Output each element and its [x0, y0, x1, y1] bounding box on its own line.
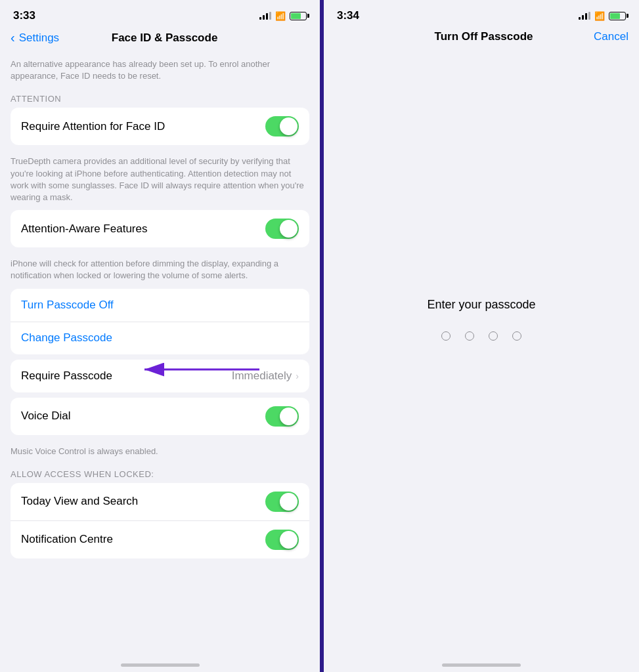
right-panel: 3:34 📶 Turn Off Passcode Cancel Enter yo…: [324, 0, 639, 672]
left-home-indicator: [0, 652, 320, 672]
allow-access-card: Today View and Search Notification Centr…: [11, 483, 309, 558]
attention-aware-description: iPhone will check for attention before d…: [0, 253, 320, 288]
cancel-button[interactable]: Cancel: [594, 30, 628, 43]
battery-icon: [290, 12, 307, 20]
right-home-indicator: [324, 652, 639, 672]
passcode-dot-3: [489, 331, 498, 341]
right-status-icons: 📶: [579, 11, 626, 21]
notification-centre-row[interactable]: Notification Centre: [11, 520, 309, 558]
back-chevron-icon: ‹: [11, 30, 15, 45]
voice-dial-description: Music Voice Control is always enabled.: [0, 440, 320, 464]
right-nav-bar: Turn Off Passcode Cancel: [324, 28, 639, 51]
right-battery-icon: [609, 12, 626, 20]
attention-card: Require Attention for Face ID: [11, 108, 309, 145]
attention-section-label: ATTENTION: [0, 89, 320, 108]
signal-icon: [259, 12, 271, 20]
allow-access-label: ALLOW ACCESS WHEN LOCKED:: [0, 464, 320, 483]
attention-aware-label: Attention-Aware Features: [21, 222, 265, 236]
require-attention-label: Require Attention for Face ID: [21, 120, 265, 133]
arrow-annotation: [138, 360, 263, 379]
today-view-row[interactable]: Today View and Search: [11, 483, 309, 520]
left-time: 3:33: [13, 9, 35, 22]
today-view-toggle[interactable]: [265, 492, 299, 512]
back-label: Settings: [19, 32, 59, 45]
home-bar: [121, 663, 200, 667]
require-attention-row[interactable]: Require Attention for Face ID: [11, 108, 309, 145]
right-wifi-icon: 📶: [594, 11, 605, 21]
passcode-dot-1: [441, 331, 451, 341]
left-panel: 3:33 📶 ‹ Settings Face ID & Passcode An …: [0, 0, 320, 672]
voice-dial-label: Voice Dial: [21, 410, 265, 423]
left-content: An alternative appearance has already be…: [0, 53, 320, 652]
passcode-dot-4: [512, 331, 521, 341]
right-status-bar: 3:34 📶: [324, 0, 639, 28]
wifi-icon: 📶: [275, 11, 286, 21]
passcode-prompt: Enter your passcode: [427, 298, 535, 312]
back-button[interactable]: ‹ Settings: [11, 30, 59, 45]
right-page-title: Turn Off Passcode: [435, 30, 533, 43]
attention-description: TrueDepth camera provides an additional …: [0, 150, 320, 210]
right-home-bar: [442, 663, 521, 667]
voice-dial-card: Voice Dial: [11, 398, 309, 435]
require-attention-toggle[interactable]: [265, 116, 299, 136]
intro-description: An alternative appearance has already be…: [0, 53, 320, 89]
change-passcode-label: Change Passcode: [21, 331, 299, 345]
today-view-label: Today View and Search: [21, 495, 265, 508]
passcode-dot-2: [465, 331, 474, 341]
require-passcode-chevron: ›: [296, 371, 299, 381]
attention-aware-card: Attention-Aware Features: [11, 210, 309, 247]
turn-passcode-off-row[interactable]: Turn Passcode Off: [11, 289, 309, 322]
passcode-area: Enter your passcode: [324, 51, 639, 652]
attention-aware-toggle[interactable]: [265, 219, 299, 239]
voice-dial-toggle[interactable]: [265, 406, 299, 427]
left-status-bar: 3:33 📶: [0, 0, 320, 28]
voice-dial-row[interactable]: Voice Dial: [11, 398, 309, 435]
notification-centre-toggle[interactable]: [265, 530, 299, 550]
left-status-icons: 📶: [259, 11, 307, 21]
change-passcode-row[interactable]: Change Passcode: [11, 322, 309, 354]
turn-passcode-off-label: Turn Passcode Off: [21, 299, 299, 312]
right-signal-icon: [579, 12, 590, 20]
left-nav-bar: ‹ Settings Face ID & Passcode: [0, 28, 320, 53]
passcode-dots: [441, 331, 521, 341]
passcode-card: Turn Passcode Off Change Passcode: [11, 289, 309, 354]
notification-centre-label: Notification Centre: [21, 533, 265, 546]
page-title: Face ID & Passcode: [59, 32, 270, 45]
attention-aware-row[interactable]: Attention-Aware Features: [11, 210, 309, 247]
right-time: 3:34: [337, 9, 359, 22]
